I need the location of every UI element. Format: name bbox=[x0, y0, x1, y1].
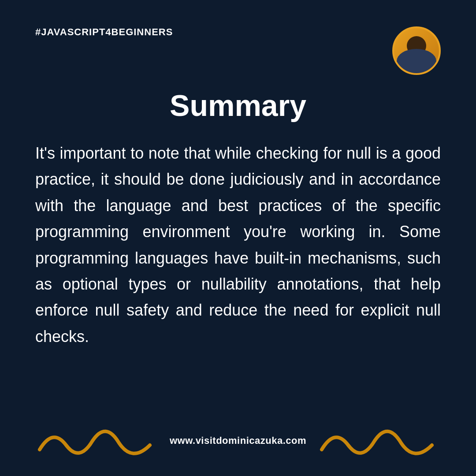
card-container: #JAVASCRIPT4BEGINNERS Summary It's impor… bbox=[0, 0, 476, 476]
page-title: Summary bbox=[170, 88, 306, 123]
avatar bbox=[392, 26, 441, 75]
wave-left-icon bbox=[35, 423, 159, 458]
bottom-decoration: www.visitdominicazuka.com bbox=[35, 423, 441, 458]
hashtag-label: #JAVASCRIPT4BEGINNERS bbox=[35, 26, 173, 38]
website-label: www.visitdominicazuka.com bbox=[170, 435, 306, 446]
wave-right-icon bbox=[317, 423, 441, 458]
avatar-image bbox=[394, 28, 439, 73]
body-text: It's important to note that while checki… bbox=[35, 140, 441, 410]
avatar-person-silhouette bbox=[394, 28, 439, 73]
header-row: #JAVASCRIPT4BEGINNERS bbox=[35, 26, 441, 75]
